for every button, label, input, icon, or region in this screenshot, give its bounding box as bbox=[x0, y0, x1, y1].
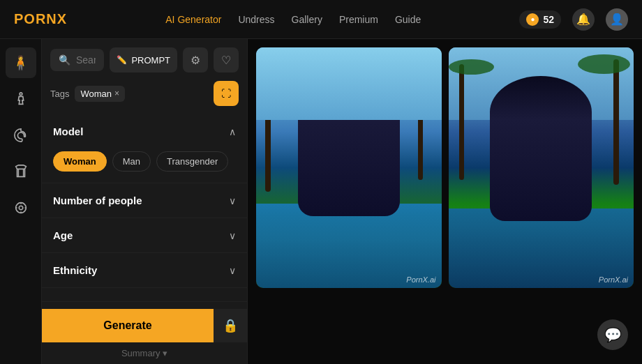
nav-premium[interactable]: Premium bbox=[339, 14, 378, 25]
filter-title-ethnicity: Ethnicity bbox=[53, 264, 97, 276]
chat-icon: 💬 bbox=[604, 326, 622, 343]
watermark-2: PornX.ai bbox=[599, 275, 628, 284]
filter-section-ethnicity: Ethnicity ∨ bbox=[42, 253, 247, 288]
header: PORNX AI Generator Undress Gallery Premi… bbox=[0, 0, 642, 39]
chevron-down-icon-3: ∨ bbox=[229, 265, 236, 276]
sidebar-model-btn[interactable]: 🧍 bbox=[6, 47, 36, 78]
nav-gallery[interactable]: Gallery bbox=[292, 14, 322, 25]
prompt-icon: ✏️ bbox=[117, 55, 127, 65]
nav-ai-generator[interactable]: AI Generator bbox=[165, 14, 221, 25]
option-transgender[interactable]: Transgender bbox=[156, 151, 228, 172]
tag-chip-woman: Woman × bbox=[75, 86, 125, 102]
coins-count: 52 bbox=[543, 14, 554, 25]
search-box: 🔍 bbox=[50, 49, 104, 71]
option-man[interactable]: Man bbox=[112, 151, 151, 172]
coins-badge: ● 52 bbox=[519, 10, 561, 29]
images-row: PornX.ai PornX.ai bbox=[256, 47, 634, 288]
filter-header-model[interactable]: Model ∧ bbox=[42, 114, 247, 149]
sidebar-style-btn[interactable] bbox=[6, 120, 36, 151]
svg-point-2 bbox=[19, 206, 23, 210]
prompt-button[interactable]: ✏️ PROMPT bbox=[110, 47, 177, 73]
favorites-button[interactable]: ♡ bbox=[214, 47, 239, 73]
svg-point-1 bbox=[15, 203, 26, 213]
left-panel: 🔍 ✏️ PROMPT ⚙ ♡ Tags Woman × ⛶ Mo bbox=[42, 39, 248, 364]
sidebar-outfit-btn[interactable] bbox=[6, 156, 36, 187]
tags-label: Tags bbox=[50, 89, 69, 99]
filter-title-model: Model bbox=[53, 126, 83, 137]
tag-text: Woman bbox=[80, 89, 112, 99]
filter-title-number-of-people: Number of people bbox=[53, 195, 142, 206]
sidebar-pose-btn[interactable] bbox=[6, 84, 36, 114]
image-scene-right bbox=[449, 47, 634, 288]
notification-bell[interactable]: 🔔 bbox=[572, 8, 595, 31]
nav-guide[interactable]: Guide bbox=[395, 14, 421, 25]
model-options: Woman Man Transgender bbox=[53, 151, 236, 172]
filter-title-age: Age bbox=[53, 229, 73, 241]
user-avatar[interactable]: 👤 bbox=[606, 8, 628, 31]
chevron-down-icon-2: ∨ bbox=[229, 230, 236, 241]
filter-header-number-of-people[interactable]: Number of people ∨ bbox=[42, 183, 247, 218]
filter-content: Model ∧ Woman Man Transgender Number of … bbox=[42, 114, 247, 301]
filter-section-age: Age ∨ bbox=[42, 218, 247, 253]
filter-section-model: Model ∧ Woman Man Transgender bbox=[42, 114, 247, 183]
sidebar-lens-btn[interactable] bbox=[6, 192, 36, 223]
logo-text: PORNX bbox=[14, 11, 67, 26]
image-card-2[interactable]: PornX.ai bbox=[449, 47, 634, 288]
expand-button[interactable]: ⛶ bbox=[214, 81, 239, 106]
tags-row: Tags Woman × ⛶ bbox=[42, 78, 247, 114]
main-nav: AI Generator Undress Gallery Premium Gui… bbox=[84, 14, 502, 25]
svg-point-0 bbox=[20, 93, 22, 96]
tag-remove-woman[interactable]: × bbox=[114, 89, 119, 98]
filter-section-number-of-people: Number of people ∨ bbox=[42, 183, 247, 218]
chevron-down-icon-1: ∨ bbox=[229, 195, 236, 206]
filter-header-age[interactable]: Age ∨ bbox=[42, 218, 247, 252]
header-right: ● 52 🔔 👤 bbox=[519, 8, 628, 31]
generate-button[interactable]: Generate bbox=[42, 309, 214, 342]
chevron-up-icon: ∧ bbox=[229, 126, 236, 137]
image-scene-left bbox=[256, 47, 442, 288]
image-card-1[interactable]: PornX.ai bbox=[256, 47, 442, 288]
generate-bar: Generate 🔒 bbox=[42, 301, 247, 342]
chat-bubble[interactable]: 💬 bbox=[597, 319, 628, 350]
filter-body-model: Woman Man Transgender bbox=[42, 149, 247, 183]
watermark-1: PornX.ai bbox=[406, 275, 435, 284]
search-icon: 🔍 bbox=[59, 54, 70, 66]
search-input[interactable] bbox=[76, 54, 96, 66]
main-content: 🧍 🔍 bbox=[0, 39, 642, 364]
lock-button[interactable]: 🔒 bbox=[214, 309, 247, 342]
prompt-label: PROMPT bbox=[131, 55, 170, 66]
search-toolbar: 🔍 ✏️ PROMPT ⚙ ♡ bbox=[42, 39, 247, 78]
summary-row[interactable]: Summary ▾ bbox=[42, 342, 247, 364]
option-woman[interactable]: Woman bbox=[53, 151, 107, 172]
coin-icon: ● bbox=[526, 13, 539, 26]
sidebar-icons: 🧍 bbox=[0, 39, 42, 364]
settings-button[interactable]: ⚙ bbox=[183, 47, 208, 73]
nav-undress[interactable]: Undress bbox=[238, 14, 274, 25]
logo: PORNX bbox=[14, 11, 67, 27]
content-area: PornX.ai PornX.ai bbox=[248, 39, 642, 364]
filter-header-ethnicity[interactable]: Ethnicity ∨ bbox=[42, 253, 247, 287]
